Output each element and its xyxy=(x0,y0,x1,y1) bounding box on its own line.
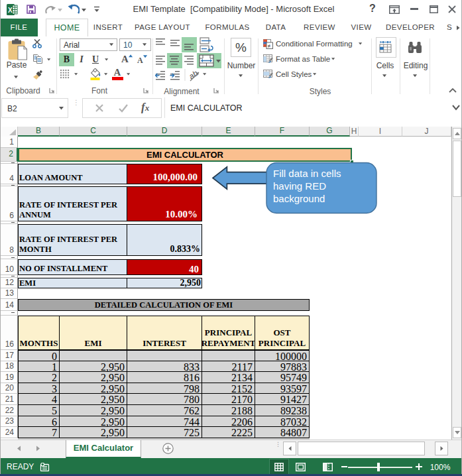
svg-text:≠: ≠ xyxy=(268,43,271,49)
